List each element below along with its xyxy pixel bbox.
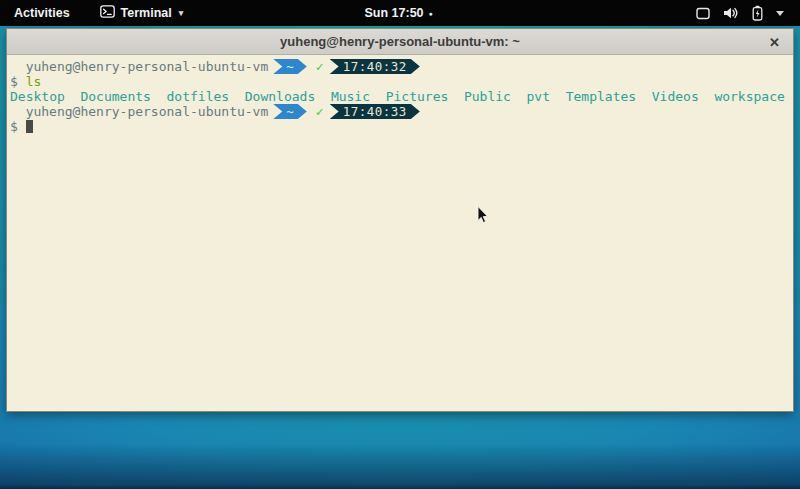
prompt-symbol: $ [10, 74, 18, 89]
directory-entry: Music [331, 89, 370, 104]
chevron-down-icon: ▾ [179, 8, 184, 18]
prompt-user-host: yuheng@henry-personal-ubuntu-vm [26, 59, 269, 74]
chevron-down-icon [776, 11, 784, 16]
window-titlebar[interactable]: yuheng@henry-personal-ubuntu-vm: ~ ✕ [7, 29, 793, 55]
system-status-area[interactable] [688, 0, 792, 26]
terminal-icon [100, 5, 115, 21]
prompt-line: yuheng@henry-personal-ubuntu-vm ~ ✓ 17:4… [10, 59, 791, 74]
directory-entry: Documents [80, 89, 150, 104]
typed-command: ls [26, 74, 42, 89]
top-bar: Activities Terminal ▾ Sun 17:50 ● [0, 0, 800, 26]
app-menu-terminal[interactable]: Terminal ▾ [92, 0, 192, 26]
battery-charging-icon [752, 5, 763, 21]
status-check-icon: ✓ [316, 59, 324, 74]
directory-entry: Desktop [10, 89, 65, 104]
terminal-content[interactable]: yuheng@henry-personal-ubuntu-vm ~ ✓ 17:4… [7, 55, 793, 411]
terminal-window: yuheng@henry-personal-ubuntu-vm: ~ ✕ yuh… [6, 28, 794, 412]
directory-entry: dotfiles [167, 89, 230, 104]
prompt-cwd-badge: ~ [273, 59, 307, 74]
command-line: $ ls [10, 74, 791, 89]
directory-entry: Pictures [386, 89, 449, 104]
mouse-cursor-icon [477, 206, 489, 228]
directory-entry: Public [464, 89, 511, 104]
desktop-screen: Activities Terminal ▾ Sun 17:50 ● [0, 0, 800, 489]
prompt-cwd-badge: ~ [273, 104, 307, 119]
text-cursor [26, 120, 33, 133]
status-check-icon: ✓ [316, 104, 324, 119]
prompt-line: yuheng@henry-personal-ubuntu-vm ~ ✓ 17:4… [10, 104, 791, 119]
input-line[interactable]: $ [10, 119, 791, 134]
prompt-time-badge: 17:40:32 [330, 59, 420, 74]
prompt-user-host: yuheng@henry-personal-ubuntu-vm [26, 104, 269, 119]
close-icon[interactable]: ✕ [769, 35, 780, 48]
directory-entry: workspace [714, 89, 784, 104]
clock[interactable]: Sun 17:50 ● [364, 0, 432, 26]
display-icon [696, 7, 710, 20]
directory-entry: Templates [566, 89, 636, 104]
directory-entry: Downloads [245, 89, 315, 104]
prompt-time-badge: 17:40:33 [330, 104, 420, 119]
window-title: yuheng@henry-personal-ubuntu-vm: ~ [280, 34, 520, 49]
volume-icon [723, 6, 739, 20]
activities-button[interactable]: Activities [0, 0, 84, 26]
app-menu-label: Terminal [121, 6, 172, 20]
clock-text: Sun 17:50 [364, 6, 423, 20]
prompt-symbol: $ [10, 119, 18, 134]
notification-dot-icon: ● [429, 10, 433, 17]
directory-entry: Videos [652, 89, 699, 104]
ls-output-line: Desktop Documents dotfiles Downloads Mus… [10, 89, 791, 104]
directory-entry: pvt [527, 89, 550, 104]
